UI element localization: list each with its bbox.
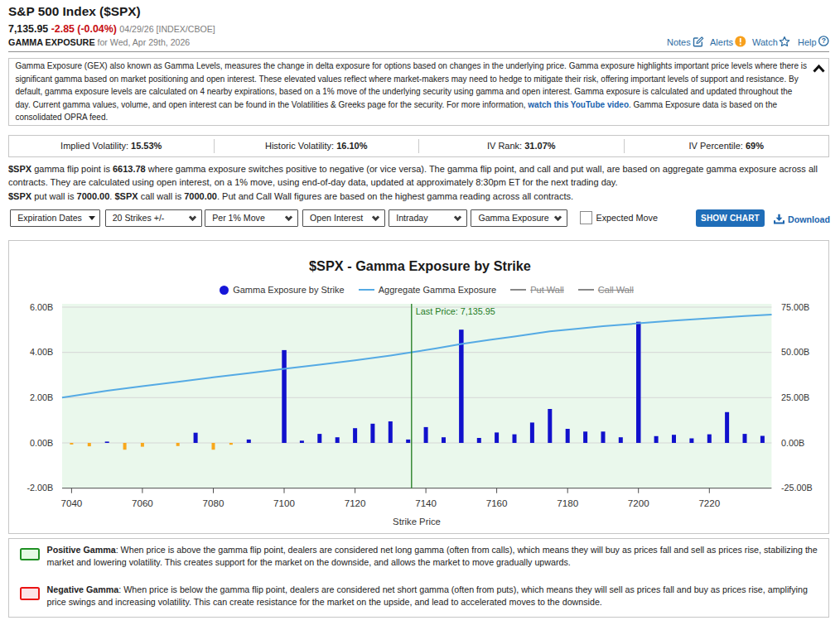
svg-text:0.00B: 0.00B [30, 438, 53, 448]
svg-text:7060: 7060 [132, 498, 153, 508]
svg-text:7220: 7220 [698, 498, 720, 508]
svg-text:Last Price: 7,135.95: Last Price: 7,135.95 [416, 306, 495, 316]
svg-text:-25.00B: -25.00B [781, 483, 813, 493]
svg-text:75.00B: 75.00B [781, 302, 809, 312]
svg-text:50.00B: 50.00B [781, 347, 809, 357]
svg-text:4.00B: 4.00B [30, 347, 53, 357]
svg-text:7080: 7080 [203, 498, 224, 508]
svg-text:6.00B: 6.00B [30, 302, 53, 312]
svg-text:2.00B: 2.00B [30, 392, 53, 402]
svg-text:25.00B: 25.00B [781, 392, 809, 402]
svg-text:7180: 7180 [557, 498, 578, 508]
svg-text:0.00B: 0.00B [781, 438, 804, 448]
svg-text:7040: 7040 [61, 498, 83, 508]
svg-text:7140: 7140 [415, 498, 437, 508]
svg-text:Strike Price: Strike Price [393, 517, 441, 527]
svg-text:-2.00B: -2.00B [27, 483, 53, 493]
svg-text:7120: 7120 [345, 498, 366, 508]
svg-text:7160: 7160 [486, 498, 508, 508]
svg-text:7100: 7100 [273, 498, 295, 508]
svg-text:7200: 7200 [628, 498, 649, 508]
svg-text:?: ? [822, 36, 826, 45]
